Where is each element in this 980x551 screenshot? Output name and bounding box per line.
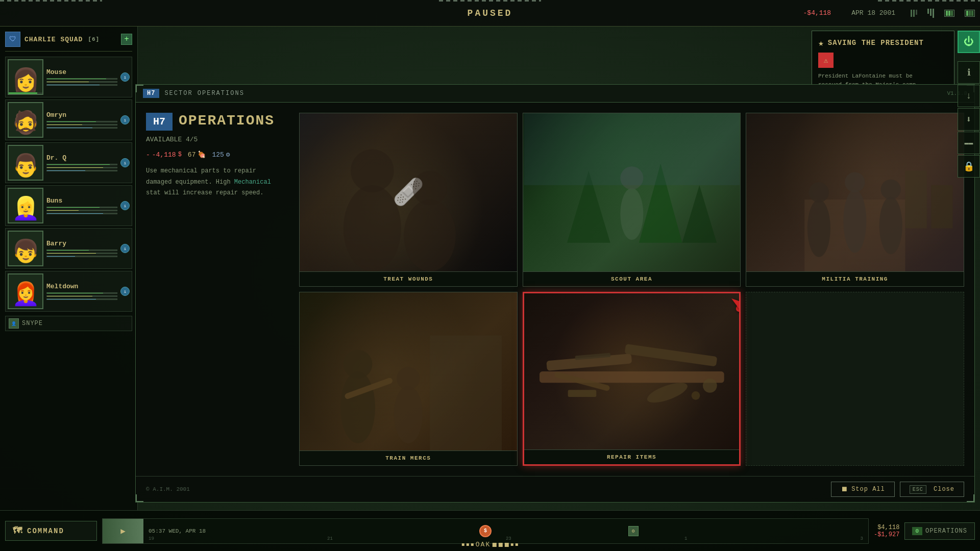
merc-item-buns[interactable]: 👱‍♀️ Buns i xyxy=(5,185,132,226)
op-card-label-scout-area: SCOUT AREA xyxy=(523,271,741,286)
info-button[interactable]: ℹ xyxy=(958,61,980,84)
oak-dot-4 xyxy=(493,543,497,547)
scroll-down-button-1[interactable]: ↓ xyxy=(958,85,980,107)
merc-avatar-meltdown: 👩‍🦰 xyxy=(8,273,43,309)
merc-info-barry: Barry xyxy=(43,240,120,257)
ops-header-title: SECTOR OPERATIONS xyxy=(164,90,244,97)
paused-label: PAUSED xyxy=(468,8,513,18)
merc-item-barry[interactable]: 👦 Barry i xyxy=(5,228,132,269)
money-amount: $4,118 xyxy=(877,524,899,531)
op-card-treat-wounds[interactable]: 🩹 TREAT WOUNDS xyxy=(299,113,518,287)
svg-rect-28 xyxy=(624,344,717,366)
close-button[interactable]: ESC Close xyxy=(900,482,964,497)
merc-avatar-drq: 👨 xyxy=(8,145,43,181)
timeline[interactable]: ▶ 05:37 WED, APR 18 $ 19 21 23 1 3 ⚙ xyxy=(102,518,869,544)
merc-avatar-mouse: 👩 xyxy=(8,59,43,95)
op-card-label-treat-wounds: TREAT WOUNDS xyxy=(300,271,517,286)
op-card-scout-area[interactable]: SCOUT AREA xyxy=(523,113,741,287)
close-label: Close xyxy=(934,486,954,493)
merc-info-omryn: Omryn xyxy=(43,111,120,129)
oak-dot-1 xyxy=(462,543,464,546)
svg-point-15 xyxy=(879,196,902,254)
op-card-img-scout-area xyxy=(523,113,741,271)
svg-point-14 xyxy=(845,172,865,192)
snype-item[interactable]: 👤 SNYPE xyxy=(5,316,132,331)
op-card-repair-items[interactable]: REPAIR ITEMS xyxy=(523,292,741,466)
op-card-empty xyxy=(746,292,964,466)
oak-indicator: OAK xyxy=(462,541,518,548)
merc-item-mouse[interactable]: 👩 Mouse i xyxy=(5,57,132,97)
left-sidebar: 🛡 CHARLIE SQUAD [6] + 👩 Mouse i 🧔 xyxy=(0,27,138,510)
operations-button[interactable]: 0 OPERATIONS xyxy=(904,522,975,540)
operations-label: OPERATIONS xyxy=(925,528,967,535)
op-card-militia-training[interactable]: MILITIA TRAINING xyxy=(746,113,964,287)
svg-rect-9 xyxy=(524,113,740,185)
merc-info-meltdown: Meltdown xyxy=(43,283,120,300)
top-bar: -$4,118 APR 18 2001 PAUSED xyxy=(0,0,980,27)
stop-all-button[interactable]: ⏹ Stop All xyxy=(831,482,895,497)
star-icon: ★ xyxy=(818,37,824,48)
merc-name-omryn: Omryn xyxy=(46,111,117,119)
merc-info-drq: Dr. Q xyxy=(43,154,120,171)
merc-info-mouse: Mouse xyxy=(43,68,120,86)
bracket-bl xyxy=(136,494,143,502)
corner-notch-right xyxy=(878,0,980,2)
command-label: COMMAND xyxy=(27,527,64,535)
merc-item-omryn[interactable]: 🧔 Omryn i xyxy=(5,99,132,140)
op-card-train-mercs[interactable]: TRAIN MERCS xyxy=(299,292,518,466)
snype-label: SNYPE xyxy=(22,320,43,327)
stop-icon: ⏹ xyxy=(841,485,848,493)
lock-button[interactable]: 🔒 xyxy=(958,155,980,178)
svg-point-3 xyxy=(412,171,447,206)
squad-name: CHARLIE SQUAD xyxy=(24,36,83,43)
scroll-down-button-2[interactable]: ⬇ xyxy=(958,108,980,131)
ops-footer: © A.I.M. 2001 ⏹ Stop All ESC Close xyxy=(136,476,974,502)
op-card-img-militia-training xyxy=(746,113,964,271)
top-notch xyxy=(439,0,541,2)
merc-name-mouse: Mouse xyxy=(46,68,117,76)
ops-left-panel: H7 OPERATIONS AVAILABLE 4/5 --4,118 $ 67… xyxy=(146,113,289,466)
operations-panel: H7 SECTOR OPERATIONS V1.1.8 H7 OPERATION… xyxy=(135,84,975,503)
dollar-icon: $ xyxy=(178,151,182,158)
op-card-label-militia-training: MILITIA TRAINING xyxy=(746,271,964,286)
ops-description: Use mechanical parts to repairdamaged eq… xyxy=(146,166,289,199)
date-display: APR 18 2001 xyxy=(851,9,895,17)
merc-item-drq[interactable]: 👨 Dr. Q i xyxy=(5,142,132,183)
merc-status-mouse: i xyxy=(120,72,130,82)
op-card-label-repair-items: REPAIR ITEMS xyxy=(524,449,740,464)
svg-point-2 xyxy=(404,199,455,271)
merc-status-omryn: i xyxy=(120,115,130,124)
timeline-playbar: ▶ xyxy=(103,519,143,543)
add-member-button[interactable]: + xyxy=(121,34,132,45)
oak-label: OAK xyxy=(476,541,491,548)
timeline-time: 05:37 WED, APR 18 xyxy=(149,528,206,534)
svg-point-30 xyxy=(645,379,690,407)
stat-gear: 125 ⚙ xyxy=(212,151,230,159)
squad-icon: 🛡 xyxy=(5,32,20,47)
merc-status-drq: i xyxy=(120,158,130,167)
mission-name: SAVING THE PRESIDENT xyxy=(828,39,924,47)
svg-point-16 xyxy=(881,180,901,199)
merc-item-meltdown[interactable]: 👩‍🦰 Meltdown i xyxy=(5,271,132,312)
bracket-tl xyxy=(136,85,143,92)
sector-badge: H7 xyxy=(143,89,159,98)
power-button[interactable]: ⏻ xyxy=(958,31,980,53)
command-button[interactable]: 🗺 COMMAND xyxy=(5,521,97,541)
play-icon[interactable]: ▶ xyxy=(120,526,126,536)
money-change: -$1,927 xyxy=(874,531,899,538)
merc-status-meltdown: i xyxy=(120,287,130,296)
equalizer-button[interactable]: ▬▬ xyxy=(958,132,980,154)
svg-marker-6 xyxy=(682,185,717,243)
equalizer-icon: ▬▬ xyxy=(965,139,973,147)
ops-count-badge: 0 xyxy=(912,527,922,535)
chevron-down-icon-2: ⬇ xyxy=(966,114,972,125)
ops-stats-row: --4,118 $ 67 🍖 125 ⚙ xyxy=(146,151,289,159)
squad-header: 🛡 CHARLIE SQUAD [6] + xyxy=(5,32,132,52)
footer-buttons: ⏹ Stop All ESC Close xyxy=(831,482,964,497)
chevron-down-icon-1: ↓ xyxy=(966,91,972,101)
svg-point-31 xyxy=(703,379,717,393)
svg-point-7 xyxy=(620,188,643,240)
svg-point-12 xyxy=(809,182,829,202)
op-card-label-train-mercs: TRAIN MERCS xyxy=(300,450,517,465)
svg-point-11 xyxy=(807,199,830,257)
